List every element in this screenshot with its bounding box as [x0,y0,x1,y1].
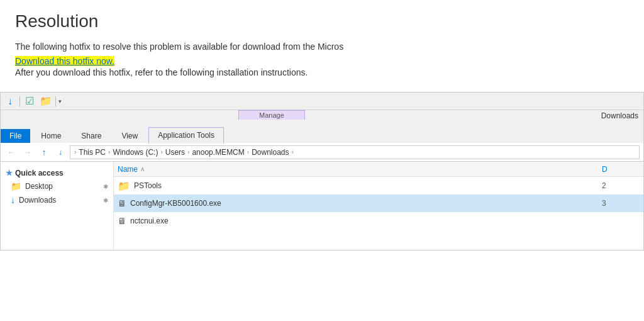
nctcnui-name: nctcnui.exe [130,217,598,225]
desktop-folder-icon: 📁 [11,181,21,191]
qat-download-icon[interactable]: ↓ [3,94,17,108]
tab-home[interactable]: Home [31,129,70,143]
header-date-col: D [602,165,640,174]
qat-folder-icon[interactable]: 📁 [39,94,53,108]
sidebar: ★ Quick access 📁 Desktop ✱ ↓ Downloads ✱ [1,162,114,250]
tab-view[interactable]: View [112,129,147,143]
table-row[interactable]: 📁 PSTools 2 [114,177,643,194]
after-text: After you download this hotfix, refer to… [15,66,629,79]
ribbon-tab-row: Manage Downloads File Home Share View [1,110,643,143]
pstools-date: 2 [602,181,640,190]
file-area: ★ Quick access 📁 Desktop ✱ ↓ Downloads ✱… [1,162,643,250]
article-section: Resolution The following hotfix to resol… [0,0,644,92]
file-list: Name ∧ D 📁 PSTools 2 🖥 ConfigMgr-KB50016… [114,162,643,250]
downloads-pin-icon: ✱ [103,197,108,204]
qat-dropdown-icon[interactable]: ▾ [58,98,62,104]
pstools-folder-icon: 📁 [118,180,130,192]
file-list-header: Name ∧ D [114,162,643,177]
path-sep-5: › [292,149,294,155]
article-body: The following hotfix to resolve this pro… [15,40,629,54]
nav-up-button[interactable]: ↑ [37,145,51,159]
nav-forward-button[interactable]: → [21,145,35,159]
sidebar-item-downloads[interactable]: ↓ Downloads ✱ [1,193,113,207]
nav-back-button[interactable]: ← [4,145,18,159]
article-body-text: The following hotfix to resolve this pro… [15,42,343,52]
desktop-pin-icon: ✱ [103,183,108,190]
table-row[interactable]: 🖥 nctcnui.exe [114,212,643,230]
tab-share[interactable]: Share [72,129,111,143]
path-drive[interactable]: Windows (C:) [113,148,158,157]
path-sep-2: › [160,149,162,155]
article-title: Resolution [15,11,629,31]
qat-checkbox-icon[interactable]: ☑ [23,94,36,108]
nctcnui-exe-icon: 🖥 [118,216,126,226]
manage-group-label: Manage [238,110,305,120]
configmgr-date: 3 [602,199,640,208]
downloads-sidebar-icon: ↓ [11,195,15,205]
tab-application-tools[interactable]: Application Tools [148,127,224,144]
table-row[interactable]: 🖥 ConfigMgr-KB5001600.exe 3 [114,194,643,212]
qat-separator-1 [19,96,20,106]
quick-access-icon: ★ [6,169,13,177]
sort-indicator: ∧ [140,166,145,172]
configmgr-name: ConfigMgr-KB5001600.exe [130,199,598,208]
path-sep-4: › [247,149,249,155]
address-bar: ← → ↑ ↓ › This PC › Windows (C:) › Users… [1,143,643,162]
configmgr-exe-icon: 🖥 [118,198,126,208]
sidebar-quick-access[interactable]: ★ Quick access [1,167,113,179]
ribbon: Manage Downloads File Home Share View [1,110,643,143]
path-this-pc[interactable]: This PC [79,148,106,157]
hotfix-link[interactable]: Download this hotfix now. [15,56,114,66]
path-sep-3: › [187,149,189,155]
sidebar-downloads-label: Downloads [19,196,56,205]
quick-access-label: Quick access [15,169,64,177]
path-user[interactable]: anoop.MEMCM [192,148,244,157]
header-name-label: Name [118,165,138,174]
nav-down-button[interactable]: ↓ [53,145,67,159]
path-downloads[interactable]: Downloads [252,148,289,157]
header-name-col: Name ∧ [118,165,602,174]
address-path[interactable]: › This PC › Windows (C:) › Users › anoop… [70,145,640,159]
path-sep-0: › [74,149,76,155]
sidebar-item-desktop[interactable]: 📁 Desktop ✱ [1,179,113,193]
downloads-group-label: Downloads [601,111,638,120]
path-users[interactable]: Users [165,148,185,157]
manage-group: Manage [238,110,305,120]
qat-separator-2 [55,96,56,106]
quick-access-toolbar: ↓ ☑ 📁 ▾ [1,93,643,110]
hotfix-link-para: Download this hotfix now. [15,56,629,66]
sidebar-desktop-label: Desktop [25,182,53,191]
pstools-name: PSTools [134,181,598,190]
explorer-container: ↓ ☑ 📁 ▾ Manage Downloads File Home [0,92,644,251]
tab-file[interactable]: File [1,129,30,143]
path-sep-1: › [108,149,110,155]
